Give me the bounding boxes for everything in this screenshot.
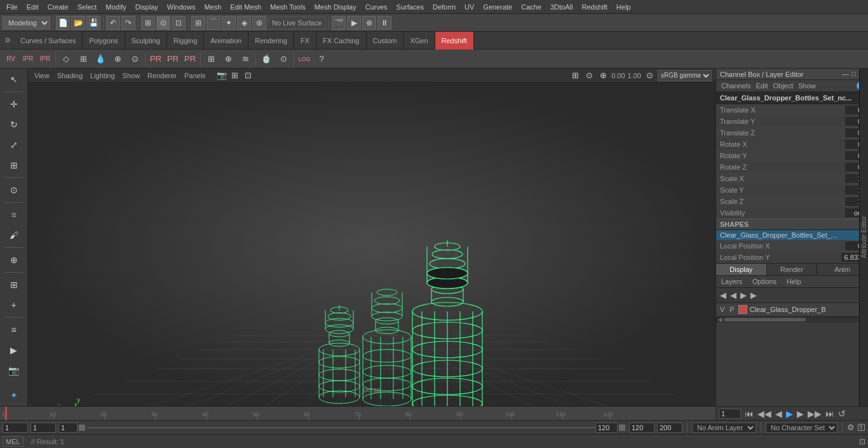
tab-xgen[interactable]: XGen [403, 32, 435, 50]
redo-btn[interactable]: ↷ [121, 16, 135, 30]
menu-redshift[interactable]: Redshift [578, 2, 611, 12]
tab-fx[interactable]: FX [294, 32, 316, 50]
channel-scale-y[interactable]: Scale Y 1 [716, 184, 868, 196]
snap-grid-btn[interactable]: ⊞ [191, 16, 205, 30]
next-frame-btn[interactable]: ▶ [796, 409, 805, 419]
rotate-tool-btn[interactable]: ↻ [4, 115, 24, 134]
timeline-ruler[interactable]: 1 10 20 30 40 50 60 70 80 [0, 407, 715, 420]
viewport-menu-panels[interactable]: Panels [182, 72, 208, 79]
menu-cache[interactable]: Cache [517, 2, 545, 12]
select-by-hierarchy-btn[interactable]: ⊞ [141, 16, 155, 30]
rs-icon-16[interactable]: ⊙ [275, 51, 292, 67]
color-space-selector[interactable]: sRGB gamma [658, 70, 712, 81]
rs-icon-7[interactable]: ⊕ [109, 51, 126, 67]
rs-icon-13[interactable]: ⊕ [220, 51, 236, 67]
key-options-btn[interactable]: ⚿ [857, 423, 865, 432]
menu-edit-mesh[interactable]: Edit Mesh [226, 2, 265, 12]
layer-color-swatch[interactable] [738, 305, 747, 314]
camera-btn[interactable]: 📷 [4, 361, 24, 380]
viewport-canvas[interactable]: x y z persp [28, 83, 715, 406]
vp-icon-3[interactable]: ⊕ [597, 70, 609, 81]
snap-points-left-btn[interactable]: + [4, 295, 24, 315]
cb-menu-show[interactable]: Show [796, 81, 818, 90]
menu-display[interactable]: Display [132, 2, 162, 12]
tab-sculpting[interactable]: Sculpting [125, 32, 167, 50]
rs-icon-11[interactable]: PR [182, 51, 198, 67]
tab-curves-surfaces[interactable]: Curves / Surfaces [14, 32, 83, 50]
loop-btn[interactable]: ↺ [837, 409, 847, 419]
channel-visibility[interactable]: Visibility on [716, 207, 868, 219]
tab-rendering[interactable]: Rendering [248, 32, 294, 50]
layer-menu-layers[interactable]: Layers [719, 277, 745, 286]
scroll-track[interactable] [724, 318, 860, 322]
menu-modify[interactable]: Modify [102, 2, 130, 12]
menu-curves[interactable]: Curves [362, 2, 391, 12]
play-fwd-btn[interactable]: ▶ [785, 409, 794, 419]
tab-custom[interactable]: Custom [367, 32, 404, 50]
rs-icon-12[interactable]: ⊞ [203, 51, 219, 67]
frame-end-range-input[interactable] [595, 423, 618, 433]
channel-rotate-y[interactable]: Rotate Y 0 [716, 150, 868, 161]
cb-menu-channels[interactable]: Channels [719, 81, 753, 90]
menu-uv[interactable]: UV [461, 2, 478, 12]
shape-local-pos-x[interactable]: Local Position X 0 [716, 240, 868, 252]
render-btn-left[interactable]: ▶ [4, 341, 24, 360]
snap-grid-left-btn[interactable]: ⊞ [4, 275, 24, 294]
shapes-item[interactable]: Clear_Glass_Dropper_Bottles_Set_... [716, 230, 868, 240]
display-tab[interactable]: Display [716, 264, 767, 275]
menu-select[interactable]: Select [74, 2, 101, 12]
menu-mesh[interactable]: Mesh [200, 2, 225, 12]
snap-point-btn[interactable]: ✦ [222, 16, 236, 30]
channel-rotate-z[interactable]: Rotate Z 0 [716, 161, 868, 173]
vp-icon-2[interactable]: ⊙ [583, 70, 595, 81]
tab-rigging[interactable]: Rigging [167, 32, 204, 50]
menu-mesh-display[interactable]: Mesh Display [311, 2, 360, 12]
layer-menu-help[interactable]: Help [784, 277, 804, 286]
menu-3dtoall[interactable]: 3DtoAll [546, 2, 576, 12]
color-mode-icon[interactable]: ⊙ [644, 70, 655, 81]
layer-visibility-p[interactable]: P [728, 304, 735, 315]
cb-menu-object[interactable]: Object [770, 81, 796, 90]
rs-icon-4[interactable]: ◇ [58, 51, 74, 67]
viewport-menu-shading[interactable]: Shading [55, 72, 85, 79]
lasso-select-btn[interactable]: ⌗ [4, 205, 24, 224]
soft-select-btn[interactable]: ⊙ [4, 180, 24, 200]
tab-animation[interactable]: Animation [204, 32, 248, 50]
rs-icon-14[interactable]: ≋ [237, 51, 254, 67]
show-manip-btn[interactable]: ⊕ [4, 250, 24, 269]
current-frame-input[interactable] [719, 409, 741, 419]
frame-in-input[interactable] [58, 423, 78, 433]
shape-local-pos-y[interactable]: Local Position Y 6.833 [716, 252, 868, 263]
menu-windows[interactable]: Windows [163, 2, 200, 12]
menu-help[interactable]: Help [613, 2, 635, 12]
scroll-left-btn[interactable]: ◀ [717, 316, 722, 323]
menu-edit[interactable]: Edit [23, 2, 43, 12]
frame-current-input[interactable] [31, 423, 56, 433]
workspace-selector[interactable]: Modeling [3, 17, 50, 29]
rs-icon-3[interactable]: IPR [37, 51, 53, 67]
scale-tool-btn[interactable]: ⤢ [4, 135, 24, 154]
range-slider-end[interactable] [619, 424, 625, 431]
language-indicator[interactable]: MEL [3, 437, 24, 447]
lasso-btn[interactable]: ⊡ [172, 16, 186, 30]
layer-menu-options[interactable]: Options [750, 277, 779, 286]
layer-back2-btn[interactable]: ◀ [729, 289, 738, 301]
skip-to-start-btn[interactable]: ⏮ [743, 409, 755, 419]
tab-redshift[interactable]: Redshift [435, 32, 474, 50]
viewport-menu-view[interactable]: View [32, 72, 52, 79]
rs-icon-9[interactable]: PR [147, 51, 164, 67]
layer-fwd2-btn[interactable]: ▶ [749, 289, 758, 301]
playback-speed-input[interactable] [657, 423, 682, 433]
scroll-thumb[interactable] [724, 318, 806, 322]
anim-layer-selector[interactable]: No Anim Layer [692, 423, 756, 433]
undo-btn[interactable]: ↶ [106, 16, 120, 30]
script-editor-btn[interactable]: ⊡ [859, 437, 865, 446]
ipr-render-btn[interactable]: ⊕ [362, 16, 376, 30]
layer-back-btn[interactable]: ◀ [719, 289, 728, 301]
char-set-selector[interactable]: No Character Set [766, 423, 837, 433]
viewport-menu-show[interactable]: Show [120, 72, 143, 79]
render-current-btn[interactable]: ▶ [347, 16, 361, 30]
layer-fwd-btn[interactable]: ▶ [739, 289, 748, 301]
range-slider-start[interactable] [79, 424, 85, 431]
save-scene-btn[interactable]: 💾 [86, 16, 100, 30]
